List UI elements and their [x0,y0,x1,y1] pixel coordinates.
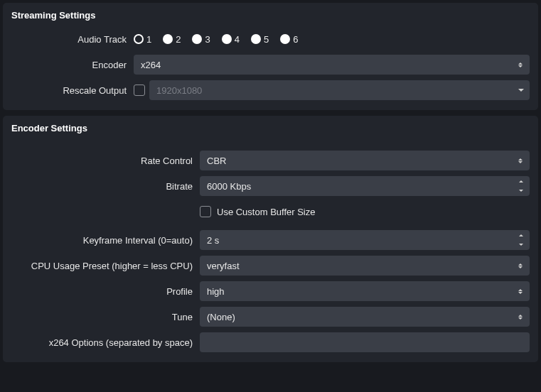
radio-icon [222,34,232,44]
tune-select[interactable]: (None) [200,307,530,327]
radio-label: 1 [146,34,151,45]
bitrate-row: Bitrate 6000 Kbps [11,176,530,196]
spin-up-button[interactable] [515,178,527,185]
radio-label: 3 [205,34,210,45]
tune-value: (None) [207,312,235,322]
updown-caret-icon [514,153,527,168]
streaming-title: Streaming Settings [11,10,530,21]
rescale-select[interactable]: 1920x1080 [149,80,530,100]
encoder-select[interactable]: x264 [134,55,530,75]
radio-icon [280,34,290,44]
encoder-settings-panel: Encoder Settings Rate Control CBR Bitrat… [3,116,538,362]
bitrate-label: Bitrate [11,181,200,192]
encoder-title: Encoder Settings [11,123,530,134]
encoder-label: Encoder [11,60,134,70]
x264-options-row: x264 Options (separated by space) [11,332,530,352]
streaming-settings-panel: Streaming Settings Audio Track 1 2 3 4 [3,3,538,110]
radio-icon [192,34,202,44]
audio-track-label: Audio Track [11,34,134,45]
audio-track-radio-4[interactable]: 4 [222,34,240,45]
audio-track-radio-3[interactable]: 3 [192,34,210,45]
updown-caret-icon [514,58,527,72]
x264-options-input[interactable] [200,332,530,352]
rescale-label: Rescale Output [11,85,134,96]
updown-caret-icon [514,310,527,324]
spin-down-button[interactable] [515,187,527,195]
keyframe-spinbox[interactable]: 2 s [200,230,530,250]
tune-label: Tune [11,312,200,322]
audio-track-radio-1[interactable]: 1 [134,34,151,45]
keyframe-row: Keyframe Interval (0=auto) 2 s [11,230,530,250]
profile-row: Profile high [11,281,530,301]
updown-caret-icon [514,258,527,273]
cpu-preset-row: CPU Usage Preset (higher = less CPU) ver… [11,256,530,276]
radio-icon [251,34,261,44]
audio-track-row: Audio Track 1 2 3 4 5 [11,29,530,49]
keyframe-value: 2 s [207,235,219,246]
audio-track-radio-2[interactable]: 2 [163,34,181,45]
profile-value: high [207,286,225,297]
custom-buffer-label: Use Custom Buffer Size [217,207,315,217]
spin-down-button[interactable] [515,241,527,249]
rate-control-label: Rate Control [11,156,200,166]
cpu-preset-select[interactable]: veryfast [200,256,530,276]
tune-row: Tune (None) [11,307,530,327]
rescale-checkbox[interactable] [134,85,145,96]
bitrate-spinbox[interactable]: 6000 Kbps [200,176,530,196]
rescale-output-row: Rescale Output 1920x1080 [11,80,530,100]
audio-track-radio-5[interactable]: 5 [251,34,269,45]
profile-label: Profile [11,286,200,297]
bitrate-value: 6000 Kbps [207,181,251,192]
custom-buffer-checkbox[interactable] [200,206,211,217]
radio-label: 4 [235,34,240,45]
updown-caret-icon [514,284,527,298]
custom-buffer-row: Use Custom Buffer Size [11,202,530,222]
profile-select[interactable]: high [200,281,530,301]
encoder-row: Encoder x264 [11,55,530,75]
cpu-preset-value: veryfast [207,261,240,271]
audio-track-radio-group: 1 2 3 4 5 6 [134,34,530,45]
keyframe-label: Keyframe Interval (0=auto) [11,235,200,246]
rate-control-row: Rate Control CBR [11,151,530,170]
radio-label: 6 [293,34,298,45]
radio-icon [163,34,173,44]
encoder-value: x264 [141,60,161,70]
rate-control-value: CBR [207,156,226,166]
x264-options-label: x264 Options (separated by space) [11,337,200,348]
spin-up-button[interactable] [515,232,527,239]
radio-label: 2 [176,34,181,45]
chevron-down-icon [518,89,524,92]
audio-track-radio-6[interactable]: 6 [280,34,298,45]
radio-icon [134,34,144,44]
cpu-preset-label: CPU Usage Preset (higher = less CPU) [11,261,200,271]
radio-label: 5 [264,34,269,45]
rescale-value: 1920x1080 [156,85,202,96]
rate-control-select[interactable]: CBR [200,151,530,170]
